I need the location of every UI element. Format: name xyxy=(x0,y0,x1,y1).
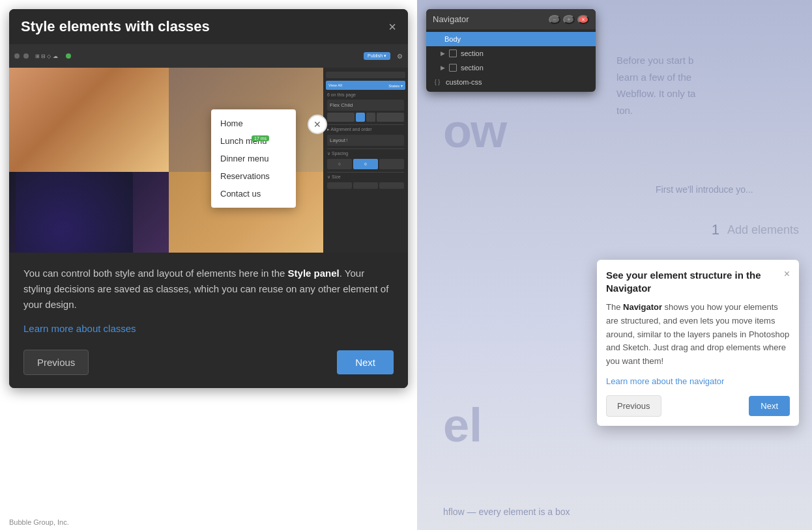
menu-item-reservations[interactable]: Reservations xyxy=(211,167,296,185)
menu-item-home[interactable]: Home xyxy=(211,115,296,132)
navigator-item-section-1[interactable]: ▶ section xyxy=(426,46,596,61)
right-bg-text-ow: ow xyxy=(443,104,506,158)
left-modal-footer: Previous Next xyxy=(23,350,394,375)
section-2-chevron: ▶ xyxy=(441,64,445,71)
right-bg-text-el: el xyxy=(443,398,482,452)
navigator-panel: Navigator − + × Body ▶ section xyxy=(426,9,596,92)
learn-classes-link[interactable]: Learn more about classes xyxy=(23,323,394,334)
page-footer: Bubble Group, Inc. xyxy=(9,518,69,526)
right-first-text: First we'll introduce yo... xyxy=(656,182,799,197)
publish-btn[interactable]: Publish ▾ xyxy=(364,52,390,60)
navigator-item-body[interactable]: Body xyxy=(426,32,596,46)
toolbar-icons: ⊞ ⊟ ◇ ☁ xyxy=(35,53,58,59)
navigator-minus-button[interactable]: − xyxy=(549,15,560,24)
right-previous-button[interactable]: Previous xyxy=(606,395,661,417)
menu-dropdown: Home Lunch menu Dinner menu Reservations… xyxy=(211,109,296,208)
left-modal-body: You can control both style and layout of… xyxy=(9,253,408,388)
green-badge: 17 ms xyxy=(252,135,269,141)
company-name: Bubble Group, Inc. xyxy=(9,518,69,526)
toolbar-gear: ⚙ xyxy=(397,53,403,60)
right-next-button[interactable]: Next xyxy=(749,396,790,416)
right-modal-body: The Navigator shows you how your element… xyxy=(597,294,799,426)
right-modal-footer: Previous Next xyxy=(606,395,790,417)
left-previous-button[interactable]: Previous xyxy=(23,350,89,375)
main-container: Style elements with classes × ⊞ ⊟ ◇ ☁ Pu… xyxy=(0,0,812,530)
toolbar-green-dot xyxy=(66,53,71,59)
navigator-item-section-2[interactable]: ▶ section xyxy=(426,61,596,75)
style-panel-size: ∨ Size xyxy=(327,172,404,180)
navigator-plus-button[interactable]: + xyxy=(563,15,575,24)
section-1-icon xyxy=(449,49,457,57)
left-modal-close-button[interactable]: × xyxy=(388,20,396,33)
left-modal-screenshot: ⊞ ⊟ ◇ ☁ Publish ▾ ⚙ xyxy=(9,44,408,253)
section-1-chevron: ▶ xyxy=(441,50,445,57)
style-panel-flex: Flex Child xyxy=(327,100,404,111)
food-cell-1 xyxy=(9,68,169,172)
menu-item-dinner[interactable]: Dinner menu xyxy=(211,150,296,167)
right-add-elements-row: 1 Add elements xyxy=(712,221,799,238)
screenshot-close-circle[interactable]: ✕ xyxy=(308,115,327,134)
right-modal-description: The Navigator shows you how your element… xyxy=(606,301,790,369)
navigator-title: Navigator xyxy=(433,14,469,24)
right-modal-title: See your element structure in the Naviga… xyxy=(606,269,784,294)
right-modal-close-button[interactable]: × xyxy=(784,269,790,279)
navigator-controls: − + × xyxy=(549,15,589,24)
toolbar-strip: ⊞ ⊟ ◇ ☁ Publish ▾ ⚙ xyxy=(9,44,408,68)
style-panel-alignment: ▸ Alignment and order xyxy=(327,124,404,132)
navigator-item-custom-css[interactable]: { } custom-css xyxy=(426,75,596,89)
toolbar-dot-2 xyxy=(23,53,29,59)
left-modal-header: Style elements with classes × xyxy=(9,9,408,44)
right-intro-text: Before you start blearn a few of theWebf… xyxy=(616,52,799,119)
style-panel-states: States ▾ xyxy=(388,83,403,88)
dark-style-panel: View All States ▾ 6 on this page Flex Ch… xyxy=(323,68,408,253)
right-bottom-text: hflow — every element is a box xyxy=(443,507,590,517)
left-modal-title: Style elements with classes xyxy=(21,18,210,35)
menu-item-contact[interactable]: Contact us xyxy=(211,185,296,202)
toolbar-dot-1 xyxy=(14,53,20,59)
step-number: 1 xyxy=(712,221,719,238)
blueberry-bowl xyxy=(16,172,133,253)
navigator-header: Navigator − + × xyxy=(426,9,596,29)
left-panel: Style elements with classes × ⊞ ⊟ ◇ ☁ Pu… xyxy=(0,0,417,530)
left-modal-description: You can control both style and layout of… xyxy=(23,266,394,313)
style-panel-label: 6 on this page xyxy=(327,92,404,97)
right-modal: See your element structure in the Naviga… xyxy=(597,260,799,426)
navigator-close-button[interactable]: × xyxy=(577,15,589,24)
custom-css-icon: { } xyxy=(433,79,442,85)
style-panel-spacing: ∨ Spacing xyxy=(327,148,404,156)
style-panel-class: View All xyxy=(328,83,342,87)
right-modal-header: See your element structure in the Naviga… xyxy=(597,260,799,294)
left-next-button[interactable]: Next xyxy=(337,350,394,374)
right-panel: ow el Before you start blearn a few of t… xyxy=(417,0,812,530)
style-panel-layout: Layout↑ xyxy=(327,135,404,146)
step-label: Add elements xyxy=(727,223,799,237)
left-modal: Style elements with classes × ⊞ ⊟ ◇ ☁ Pu… xyxy=(9,9,408,388)
body-icon xyxy=(433,35,441,43)
section-2-icon xyxy=(449,64,457,72)
navigator-body: Body ▶ section ▶ section { } custom-c xyxy=(426,29,596,92)
learn-navigator-link[interactable]: Learn more about the navigator xyxy=(606,376,790,386)
